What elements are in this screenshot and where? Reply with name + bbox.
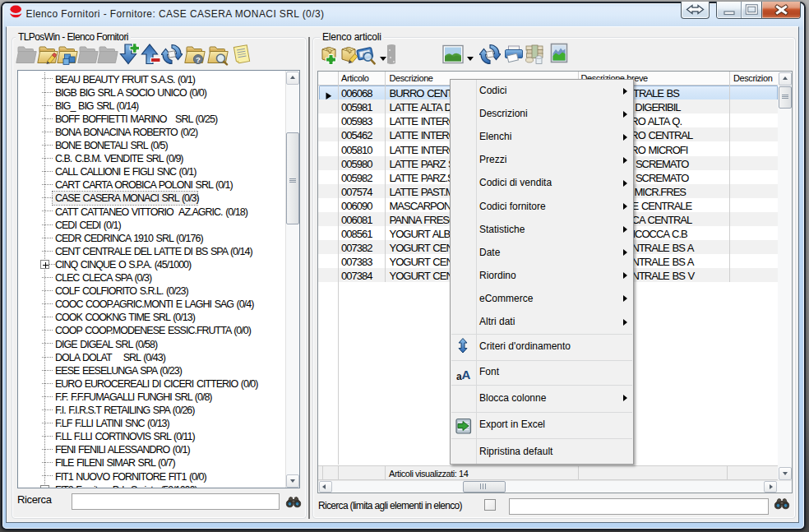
svg-text:A: A (462, 368, 471, 382)
svg-text:?: ? (196, 55, 201, 64)
